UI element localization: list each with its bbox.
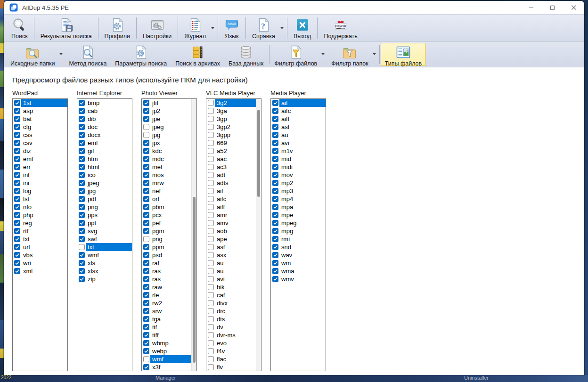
- checkbox[interactable]: [14, 124, 20, 130]
- search-button[interactable]: Поиск: [6, 16, 33, 41]
- list-item[interactable]: ppm: [142, 243, 196, 251]
- checkbox[interactable]: [208, 316, 214, 322]
- list-item[interactable]: pps: [77, 211, 132, 219]
- checkbox[interactable]: [208, 108, 214, 114]
- list-item[interactable]: asf: [206, 243, 261, 251]
- checkbox[interactable]: [14, 244, 20, 250]
- checkbox[interactable]: [272, 268, 278, 274]
- list-item[interactable]: ico: [77, 171, 132, 179]
- checkbox[interactable]: [272, 156, 278, 162]
- checkbox[interactable]: [79, 180, 85, 186]
- checkbox[interactable]: [208, 220, 214, 226]
- checkbox[interactable]: [208, 308, 214, 314]
- checkbox[interactable]: [79, 108, 85, 114]
- list-item[interactable]: cab: [77, 107, 132, 115]
- checkbox[interactable]: [208, 340, 214, 346]
- checkbox[interactable]: [143, 132, 149, 138]
- checkbox[interactable]: [143, 292, 149, 298]
- list-item[interactable]: pdf: [77, 195, 132, 203]
- list-item[interactable]: wmf: [77, 251, 132, 259]
- checkbox[interactable]: [208, 196, 214, 202]
- checkbox[interactable]: [143, 308, 149, 314]
- list-item[interactable]: mpa: [271, 203, 326, 211]
- list-item[interactable]: tga: [142, 315, 196, 323]
- list-item[interactable]: jpeg: [142, 123, 196, 131]
- checkbox[interactable]: [143, 220, 149, 226]
- checkbox[interactable]: [79, 204, 85, 210]
- list-item[interactable]: jpg: [142, 131, 196, 139]
- list-item[interactable]: mp4: [271, 195, 326, 203]
- checkbox[interactable]: [272, 228, 278, 234]
- checkbox[interactable]: [208, 140, 214, 146]
- checkbox[interactable]: [272, 252, 278, 258]
- list-item[interactable]: mrw: [142, 179, 196, 187]
- list-item[interactable]: ppt: [77, 219, 132, 227]
- checkbox[interactable]: [14, 188, 20, 194]
- checkbox[interactable]: [143, 356, 149, 362]
- list-item[interactable]: m1v: [271, 147, 326, 155]
- dropdown-arrow-icon[interactable]: [211, 16, 217, 41]
- list-item[interactable]: jpe: [142, 115, 196, 123]
- checkbox[interactable]: [14, 196, 20, 202]
- checkbox[interactable]: [272, 244, 278, 250]
- list-item[interactable]: pcx: [142, 211, 196, 219]
- folder-filter-button[interactable]: Фильтр папок: [327, 43, 372, 66]
- checkbox[interactable]: [272, 164, 278, 170]
- checkbox[interactable]: [14, 236, 20, 242]
- source-folders-button[interactable]: Исходные папки: [6, 43, 59, 66]
- checkbox[interactable]: [143, 108, 149, 114]
- list-item[interactable]: orf: [142, 195, 196, 203]
- checkbox[interactable]: [14, 100, 20, 106]
- list-item[interactable]: jpeg: [77, 179, 132, 187]
- list-item[interactable]: tiff: [142, 331, 196, 339]
- file-type-list[interactable]: 3g23ga3gp3gp23gpp669a52aacac3adtadtsaifa…: [206, 98, 261, 371]
- checkbox[interactable]: [208, 156, 214, 162]
- list-item[interactable]: mos: [142, 171, 196, 179]
- checkbox[interactable]: [143, 364, 149, 370]
- checkbox[interactable]: [14, 108, 20, 114]
- list-item[interactable]: au: [206, 267, 261, 275]
- list-item[interactable]: 3gp2: [206, 123, 261, 131]
- list-item[interactable]: jpg: [77, 187, 132, 195]
- checkbox[interactable]: [143, 332, 149, 338]
- list-item[interactable]: nfo: [13, 203, 67, 211]
- profiles-button[interactable]: Профили: [99, 16, 135, 41]
- checkbox[interactable]: [143, 252, 149, 258]
- checkbox[interactable]: [79, 196, 85, 202]
- list-item[interactable]: 669: [206, 139, 261, 147]
- minimize-button[interactable]: [521, 1, 542, 14]
- checkbox[interactable]: [208, 276, 214, 282]
- list-item[interactable]: mpeg: [271, 219, 326, 227]
- list-item[interactable]: pbm: [142, 203, 196, 211]
- checkbox[interactable]: [79, 100, 85, 106]
- list-item[interactable]: au: [271, 131, 326, 139]
- checkbox[interactable]: [208, 188, 214, 194]
- checkbox[interactable]: [14, 156, 20, 162]
- checkbox[interactable]: [14, 260, 20, 266]
- checkbox[interactable]: [208, 116, 214, 122]
- checkbox[interactable]: [272, 276, 278, 282]
- list-item[interactable]: raf: [142, 259, 196, 267]
- list-item[interactable]: lst: [13, 195, 67, 203]
- checkbox[interactable]: [79, 148, 85, 154]
- list-item[interactable]: midi: [271, 163, 326, 171]
- dropdown-arrow-icon[interactable]: [373, 43, 378, 66]
- list-item[interactable]: aob: [206, 227, 261, 235]
- checkbox[interactable]: [143, 276, 149, 282]
- list-item[interactable]: png: [142, 235, 196, 243]
- checkbox[interactable]: [143, 348, 149, 354]
- list-item[interactable]: 3ga: [206, 107, 261, 115]
- checkbox[interactable]: [79, 164, 85, 170]
- list-item[interactable]: snd: [271, 243, 326, 251]
- list-item[interactable]: wma: [271, 267, 326, 275]
- list-item[interactable]: reg: [13, 219, 67, 227]
- checkbox[interactable]: [208, 204, 214, 210]
- checkbox[interactable]: [79, 252, 85, 258]
- exit-button[interactable]: Выход: [288, 16, 316, 41]
- checkbox[interactable]: [208, 268, 214, 274]
- list-item[interactable]: wmv: [271, 275, 326, 283]
- list-item[interactable]: nef: [142, 187, 196, 195]
- checkbox[interactable]: [208, 164, 214, 170]
- file-type-list[interactable]: 1staspbatcfgcsscsvdizemlerrinfiniloglstn…: [12, 98, 68, 371]
- list-item[interactable]: pgm: [142, 227, 196, 235]
